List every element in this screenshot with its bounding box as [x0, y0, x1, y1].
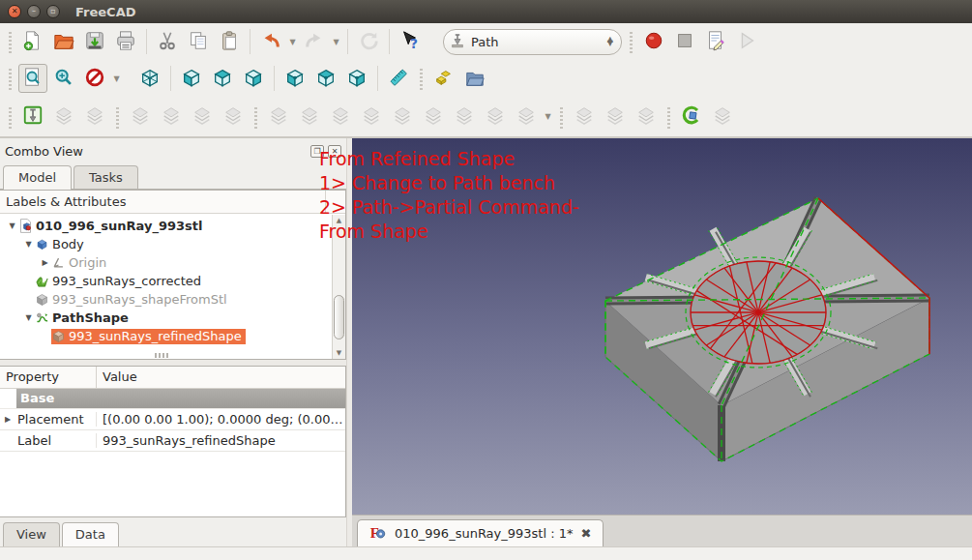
axonometric-view-button[interactable]	[135, 64, 164, 93]
undo-button[interactable]	[256, 27, 285, 56]
tree-item-010-996-sunray-993stl[interactable]: ▼010_996_sunRay_993stl	[0, 217, 345, 235]
tree-expander-icon[interactable]: ▼	[6, 221, 18, 230]
draw-style-button[interactable]	[80, 64, 109, 93]
left-view-button[interactable]	[342, 64, 371, 93]
save-file-button[interactable]	[80, 27, 109, 56]
tree-expander-icon[interactable]: ▼	[22, 240, 35, 249]
path-profile-button[interactable]	[295, 103, 324, 132]
cut-button[interactable]	[153, 27, 182, 56]
tree-scrollbar[interactable]: ▲ ▼	[332, 215, 345, 359]
scroll-down-icon[interactable]: ▼	[333, 349, 345, 357]
toolbar-grip[interactable]	[7, 30, 14, 53]
property-value[interactable]: [(0.00 0.00 1.00); 0.0000 deg; (0.00…	[97, 412, 345, 427]
path-helix-button[interactable]	[512, 103, 541, 132]
tree-item-993-sunrays-corrected[interactable]: 993_sunRays_corrected	[0, 272, 345, 290]
measure-button[interactable]	[384, 64, 413, 93]
workbench-selector[interactable]: Path▲▼	[443, 29, 622, 55]
print-button[interactable]	[111, 27, 140, 56]
redo-dropdown[interactable]: ▼	[330, 27, 342, 56]
path-helix-dropdown[interactable]: ▼	[542, 103, 554, 132]
tree-item-pathshape[interactable]: ▼PathShape	[0, 309, 345, 327]
tree-expander-icon[interactable]: ▶	[39, 258, 51, 267]
panel-close-button[interactable]: ✕	[328, 145, 341, 158]
right-view-button[interactable]	[239, 64, 268, 93]
path-toolbit-library-button[interactable]	[188, 103, 217, 132]
path-toolcontroller-button[interactable]	[157, 103, 186, 132]
refresh-button[interactable]	[354, 27, 383, 56]
front-view-button[interactable]	[177, 64, 206, 93]
toolbar-grip[interactable]	[418, 67, 425, 90]
create-part-button[interactable]	[429, 64, 458, 93]
fit-all-button[interactable]	[18, 64, 47, 93]
property-row-label[interactable]: Label993_sunRays_refinedShape	[0, 430, 345, 452]
tab-data[interactable]: Data	[62, 522, 119, 546]
property-value[interactable]: 993_sunRays_refinedShape	[97, 433, 345, 448]
tab-view[interactable]: View	[3, 522, 60, 546]
path-adaptive-button[interactable]	[357, 103, 386, 132]
rear-view-button[interactable]	[280, 64, 309, 93]
new-file-button[interactable]	[18, 27, 47, 56]
scroll-up-icon[interactable]: ▲	[333, 217, 345, 224]
toolbar-grip[interactable]	[558, 105, 565, 129]
selected-tree-item[interactable]: 993_sunRays_refinedShape	[51, 329, 246, 344]
path-area-button[interactable]	[677, 103, 706, 132]
window-close-button[interactable]: ✕	[8, 5, 21, 18]
path-dressup-button[interactable]	[632, 103, 661, 132]
window-maximize-button[interactable]: ▫	[46, 5, 60, 18]
bottom-view-button[interactable]	[311, 64, 340, 93]
copy-button[interactable]	[184, 27, 213, 56]
property-row-placement[interactable]: ▶Placement[(0.00 0.00 1.00); 0.0000 deg;…	[0, 409, 345, 430]
path-engrave-button[interactable]	[419, 103, 448, 132]
tree-expander-icon[interactable]: ▼	[22, 313, 35, 322]
toolbar-grip[interactable]	[7, 105, 14, 129]
zoom-button[interactable]	[49, 64, 78, 93]
tab-model[interactable]: Model	[3, 165, 72, 190]
top-view-button[interactable]	[208, 64, 237, 93]
3d-viewport[interactable]	[352, 138, 972, 515]
freecad-document-icon: F	[369, 523, 387, 544]
macro-edit-button[interactable]	[701, 27, 730, 56]
workbench-spin-arrows[interactable]: ▲▼	[607, 38, 613, 46]
path-deburr-button[interactable]	[481, 103, 510, 132]
tree-hscroll-grip[interactable]	[155, 353, 168, 358]
paste-button[interactable]	[215, 27, 244, 56]
toolbar-grip[interactable]	[665, 105, 672, 129]
path-simulator-button[interactable]	[601, 103, 630, 132]
scrollbar-thumb[interactable]	[334, 295, 344, 339]
document-close-icon[interactable]: ✖	[581, 526, 592, 541]
macro-play-button[interactable]	[732, 27, 761, 56]
path-job-button[interactable]	[18, 103, 47, 132]
path-toolbit-dock-button[interactable]	[219, 103, 248, 132]
tab-tasks[interactable]: Tasks	[74, 165, 138, 189]
redo-button[interactable]	[300, 27, 329, 56]
path-face-button[interactable]	[264, 103, 293, 132]
macro-stop-button[interactable]	[670, 27, 699, 56]
tree-item-origin[interactable]: ▶Origin	[0, 253, 345, 272]
panel-float-button[interactable]: ❐	[310, 145, 324, 158]
document-tab[interactable]: F 010_996_sunRay_993stl : 1* ✖	[357, 519, 604, 546]
window-minimize-button[interactable]: –	[27, 5, 41, 18]
whats-this-button[interactable]: ?	[396, 27, 425, 56]
macro-record-button[interactable]	[639, 27, 668, 56]
path-slot-icon	[454, 104, 475, 129]
path-inspect-button[interactable]	[80, 103, 109, 132]
toolbar-grip[interactable]	[7, 67, 14, 90]
undo-dropdown[interactable]: ▼	[286, 27, 299, 56]
path-pocket-button[interactable]	[326, 103, 355, 132]
open-file-button[interactable]	[49, 27, 78, 56]
expand-arrow-icon[interactable]: ▶	[5, 415, 11, 424]
tree-item-body[interactable]: ▼Body	[0, 235, 345, 253]
tree-item-993-sunrays-refinedshape[interactable]: 993_sunRays_refinedShape	[0, 327, 345, 345]
path-sanity-button[interactable]	[126, 103, 155, 132]
path-post-process-button[interactable]	[49, 103, 78, 132]
draw-style-dropdown[interactable]: ▼	[110, 64, 123, 93]
create-group-button[interactable]	[460, 64, 489, 93]
toolbar-grip[interactable]	[628, 30, 634, 53]
tree-item-993-sunrays-shapefromstl[interactable]: 993_sunRays_shapeFromStl	[0, 290, 345, 309]
toolbar-grip[interactable]	[114, 105, 121, 129]
path-slot-button[interactable]	[450, 103, 479, 132]
path-drilling-button[interactable]	[388, 103, 417, 132]
toolbar-grip[interactable]	[252, 105, 259, 129]
path-array-button[interactable]	[570, 103, 599, 132]
path-area-views-button[interactable]	[708, 103, 737, 132]
